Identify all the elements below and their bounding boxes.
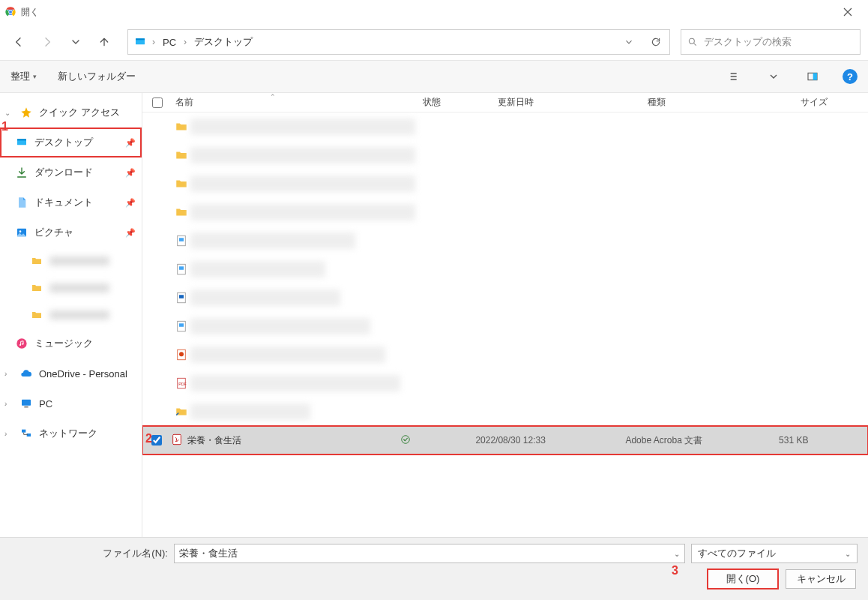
open-button[interactable]: 開く(O)	[708, 569, 778, 589]
sidebar-quick-access[interactable]: ⌄ クイック アクセス	[0, 98, 142, 128]
file-icon	[172, 291, 190, 304]
file-row[interactable]	[142, 398, 868, 426]
refresh-button[interactable]	[645, 31, 666, 53]
svg-rect-9	[17, 139, 26, 140]
select-all-checkbox[interactable]	[142, 98, 172, 108]
back-button[interactable]	[7, 31, 30, 53]
column-type-label: 種類	[648, 97, 666, 107]
open-label: 開く(O)	[726, 572, 760, 586]
sidebar-music[interactable]: ミュージック	[0, 328, 142, 358]
sidebar-item-label: ミュージック	[34, 337, 93, 350]
filename-label: ファイル名(N):	[10, 547, 168, 560]
pin-icon: 📌	[125, 168, 136, 178]
close-button[interactable]	[832, 2, 864, 22]
address-bar[interactable]: › PC › デスクトップ	[127, 29, 670, 55]
new-folder-label: 新しいフォルダー	[58, 70, 136, 83]
new-folder-button[interactable]: 新しいフォルダー	[58, 70, 136, 83]
file-type-filter[interactable]: すべてのファイル ⌄	[691, 544, 858, 563]
network-icon	[19, 427, 33, 440]
folder-icon	[172, 120, 190, 134]
footer: ファイル名(N): 栄養・食生活 ⌄ すべてのファイル ⌄ 開く(O) キャンセ…	[0, 537, 868, 600]
sidebar-onedrive[interactable]: › OneDrive - Personal	[0, 358, 142, 388]
svg-point-11	[19, 230, 22, 232]
sidebar-pc[interactable]: › PC	[0, 388, 142, 418]
svg-point-14	[22, 344, 23, 345]
file-row[interactable]: PDF	[142, 369, 868, 398]
folder-icon	[30, 308, 43, 322]
column-status-label: 状態	[423, 97, 441, 107]
file-list: PDF 栄養・食生活 2022/08/30 12:33 Ad	[142, 112, 868, 558]
organize-button[interactable]: 整理 ▾	[10, 70, 37, 83]
cancel-button[interactable]: キャンセル	[786, 569, 856, 589]
file-row[interactable]	[142, 226, 868, 255]
file-row-selected[interactable]: 栄養・食生活 2022/08/30 12:33 Adobe Acroba 文書 …	[142, 426, 868, 454]
pdf-icon	[171, 434, 183, 448]
svg-rect-4	[136, 38, 145, 40]
search-input[interactable]: デスクトップの検索	[681, 29, 861, 55]
sidebar-desktop[interactable]: デスクトップ 📌	[0, 128, 142, 158]
svg-point-13	[19, 344, 21, 346]
file-row[interactable]	[142, 198, 868, 226]
forward-button[interactable]	[36, 31, 58, 53]
file-row[interactable]	[142, 312, 868, 340]
svg-rect-22	[179, 266, 184, 270]
up-button[interactable]	[93, 31, 115, 53]
file-row[interactable]	[142, 255, 868, 284]
sidebar-documents[interactable]: ドキュメント 📌	[0, 188, 142, 218]
sidebar-pictures[interactable]: ピクチャ 📌	[0, 218, 142, 248]
sort-asc-icon: ⌃	[270, 93, 276, 100]
svg-point-32	[402, 435, 410, 443]
sidebar-item-folder[interactable]	[0, 248, 142, 274]
column-name-label: 名前	[175, 97, 193, 107]
recent-dropdown[interactable]	[64, 31, 87, 53]
crumb-sep: ›	[184, 37, 187, 47]
sidebar-item-label	[49, 256, 109, 266]
file-row[interactable]	[142, 112, 868, 141]
breadcrumb-root[interactable]: PC	[161, 37, 178, 48]
view-mode-button[interactable]	[726, 68, 744, 86]
address-dropdown[interactable]	[618, 31, 639, 53]
titlebar: 開く	[0, 0, 868, 24]
file-icon	[172, 320, 190, 333]
file-icon	[172, 262, 190, 276]
svg-rect-7	[813, 73, 817, 80]
dialog-body: ⌄ クイック アクセス デスクトップ 📌 ダウンロード 📌 ドキュメント	[0, 93, 868, 558]
cloud-icon	[19, 367, 33, 380]
svg-rect-15	[22, 400, 31, 406]
sidebar-item-label: デスクトップ	[34, 136, 93, 149]
sidebar-item-label: ドキュメント	[34, 196, 93, 209]
sidebar-downloads[interactable]: ダウンロード 📌	[0, 158, 142, 188]
column-modified[interactable]: 更新日時	[495, 96, 645, 109]
file-row[interactable]	[142, 284, 868, 312]
toolbar: 整理 ▾ 新しいフォルダー ?	[0, 60, 868, 93]
svg-point-5	[689, 38, 694, 44]
column-size[interactable]: サイズ	[765, 96, 840, 109]
sidebar-item-folder[interactable]	[0, 302, 142, 328]
file-row[interactable]	[142, 141, 868, 170]
chevron-right-icon: ›	[4, 370, 13, 378]
window-title: 開く	[21, 6, 39, 19]
column-name[interactable]: 名前 ⌃	[172, 96, 420, 109]
sidebar-item-label: PC	[39, 398, 52, 410]
file-row[interactable]	[142, 340, 868, 369]
annotation-marker: 1	[1, 120, 8, 134]
column-type[interactable]: 種類	[645, 96, 765, 109]
file-row[interactable]	[142, 170, 868, 198]
column-status[interactable]: 状態	[420, 96, 495, 109]
help-button[interactable]: ?	[843, 69, 858, 84]
sidebar-network[interactable]: › ネットワーク	[0, 418, 142, 448]
folder-icon	[172, 148, 190, 162]
powerpoint-icon	[172, 348, 190, 362]
pin-icon: 📌	[125, 138, 136, 148]
sidebar-item-label: ネットワーク	[39, 427, 97, 440]
chevron-down-icon: ▾	[33, 73, 37, 80]
sidebar-item-label: OneDrive - Personal	[39, 368, 127, 380]
sidebar-item-folder[interactable]	[0, 274, 142, 302]
preview-pane-button[interactable]	[804, 68, 822, 86]
svg-rect-26	[179, 323, 184, 327]
desktop-icon	[15, 136, 28, 149]
filename-combobox[interactable]: 栄養・食生活 ⌄	[174, 544, 685, 563]
svg-rect-20	[179, 238, 184, 242]
view-mode-dropdown[interactable]	[765, 68, 783, 86]
breadcrumb-current[interactable]: デスクトップ	[193, 35, 254, 49]
